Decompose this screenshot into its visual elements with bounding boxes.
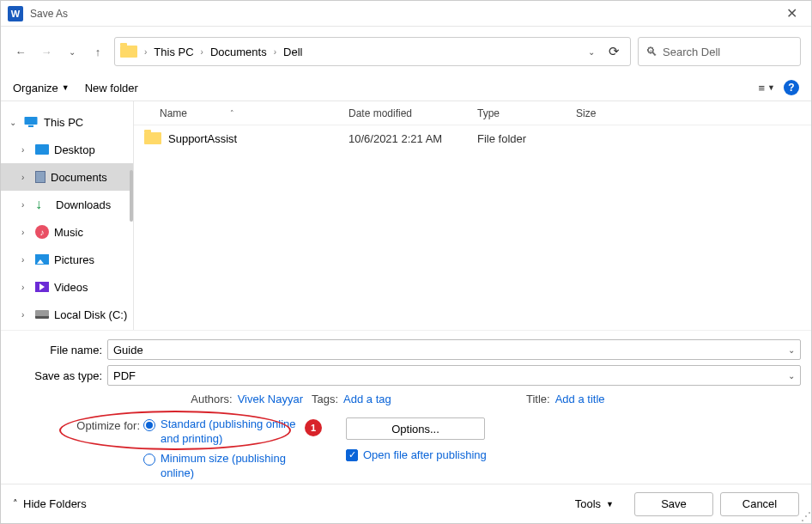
chevron-right-icon: › (274, 47, 276, 57)
pc-icon (23, 116, 39, 128)
tree-music[interactable]: › ♪ Music (1, 218, 133, 246)
cancel-button[interactable]: Cancel (720, 492, 799, 516)
chevron-right-icon[interactable]: › (21, 255, 30, 265)
col-size[interactable]: Size (576, 107, 645, 119)
crumb-dell[interactable]: Dell (280, 44, 306, 60)
chevron-right-icon[interactable]: › (21, 283, 30, 292)
new-folder-button[interactable]: New folder (85, 82, 138, 94)
file-name: SupportAssist (168, 132, 348, 145)
file-type: File folder (477, 132, 576, 145)
address-dropdown[interactable]: ⌄ (583, 47, 600, 57)
tree-documents[interactable]: › Documents (1, 163, 133, 191)
pictures-icon (35, 254, 49, 265)
col-date[interactable]: Date modified (348, 107, 477, 119)
filename-input[interactable]: Guide ⌄ (107, 339, 801, 360)
tree-localdisk[interactable]: › Local Disk (C:) (1, 301, 133, 328)
organize-menu[interactable]: Organize▼ (13, 82, 70, 94)
chevron-right-icon[interactable]: › (21, 200, 30, 210)
tree-pictures[interactable]: › Pictures (1, 246, 133, 273)
save-button[interactable]: Save (634, 492, 713, 516)
file-date: 10/6/2021 2:21 AM (348, 132, 477, 145)
chevron-right-icon[interactable]: › (21, 228, 30, 237)
savetype-select[interactable]: PDF ⌄ (107, 365, 801, 386)
footer: ˄ Hide Folders Tools ▼ Save Cancel ⋰ (1, 484, 811, 523)
title-value[interactable]: Add a title (555, 393, 605, 405)
tree-sidebar: ⌄ This PC › Desktop › Documents › ↓ Down… (1, 101, 134, 330)
resize-grip[interactable]: ⋰ (801, 513, 809, 521)
authors-value[interactable]: Vivek Nayyar (238, 393, 303, 405)
scrollbar[interactable] (130, 170, 133, 222)
folder-icon (120, 46, 137, 58)
word-icon: W (8, 6, 23, 21)
options-button[interactable]: Options... (346, 417, 485, 440)
tree-desktop[interactable]: › Desktop (1, 136, 133, 163)
annotation-badge: 1 (305, 419, 322, 436)
tree-videos[interactable]: › Videos (1, 273, 133, 301)
chevron-right-icon[interactable]: › (21, 310, 30, 320)
list-icon: ≡ (758, 82, 765, 94)
recent-dropdown[interactable]: ⌄ (63, 42, 82, 61)
authors-label: Authors: (191, 393, 232, 405)
chevron-down-icon[interactable]: ⌄ (788, 345, 795, 355)
crumb-thispc[interactable]: This PC (150, 44, 197, 60)
radio-selected-icon (143, 419, 155, 431)
radio-unselected-icon (143, 454, 155, 466)
tags-label: Tags: (312, 393, 338, 405)
tree-thispc[interactable]: ⌄ This PC (1, 108, 133, 136)
up-button[interactable]: ↑ (88, 42, 107, 61)
chevron-down-icon: ▼ (606, 500, 614, 509)
hide-folders-toggle[interactable]: ˄ Hide Folders (13, 497, 87, 510)
chevron-right-icon: › (201, 47, 203, 57)
documents-icon (35, 171, 45, 183)
svg-rect-0 (25, 117, 38, 125)
back-button[interactable]: ← (11, 42, 30, 61)
view-menu[interactable]: ≡ ▼ (758, 82, 775, 94)
address-bar[interactable]: › This PC › Documents › Dell ⌄ ⟳ (114, 37, 631, 66)
savetype-label: Save as type: (11, 369, 107, 382)
open-after-checkbox[interactable]: ✓ Open file after publishing (346, 448, 487, 461)
crumb-documents[interactable]: Documents (207, 44, 270, 60)
downloads-icon: ↓ (35, 198, 51, 210)
search-placeholder: Search Dell (663, 46, 720, 58)
chevron-right-icon[interactable]: › (21, 173, 30, 182)
tree-downloads[interactable]: › ↓ Downloads (1, 191, 133, 218)
radio-minimum[interactable]: Minimum size (publishing online) (143, 452, 298, 481)
tags-value[interactable]: Add a tag (343, 393, 391, 405)
videos-icon (35, 282, 49, 292)
title-label: Title: (526, 393, 550, 405)
music-icon: ♪ (35, 225, 49, 239)
filename-label: File name: (11, 344, 107, 356)
col-type[interactable]: Type (477, 107, 576, 119)
close-button[interactable]: ✕ (779, 5, 804, 21)
disk-icon (35, 310, 49, 319)
radio-standard[interactable]: Standard (publishing online and printing… (143, 417, 298, 447)
file-list: Name ˄ Date modified Type Size SupportAs… (134, 101, 811, 330)
window-title: Save As (30, 8, 779, 20)
title-bar: W Save As ✕ (1, 1, 811, 27)
chevron-down-icon[interactable]: ⌄ (9, 118, 18, 127)
forward-button[interactable]: → (37, 42, 56, 61)
chevron-right-icon: › (144, 47, 147, 57)
chevron-down-icon[interactable]: ⌄ (788, 371, 795, 381)
help-button[interactable]: ? (784, 80, 799, 95)
optimize-label: Optimize for: (63, 417, 140, 486)
chevron-up-icon: ˄ (13, 498, 18, 509)
chevron-right-icon[interactable]: › (21, 145, 30, 155)
svg-rect-1 (28, 125, 33, 127)
toolbar: Organize▼ New folder ≡ ▼ ? (1, 75, 811, 101)
sort-caret-icon[interactable]: ˄ (230, 109, 234, 118)
form-area: File name: Guide ⌄ Save as type: PDF ⌄ A… (1, 330, 811, 490)
col-name[interactable]: Name (160, 107, 187, 119)
search-icon: 🔍︎ (645, 45, 657, 58)
desktop-icon (35, 144, 49, 155)
search-input[interactable]: 🔍︎ Search Dell (638, 37, 801, 66)
file-row[interactable]: SupportAssist 10/6/2021 2:21 AM File fol… (134, 125, 811, 151)
folder-icon (144, 132, 161, 144)
column-headers: Name ˄ Date modified Type Size (134, 101, 811, 125)
checkbox-checked-icon: ✓ (346, 449, 358, 461)
tools-menu[interactable]: Tools ▼ (575, 497, 614, 510)
refresh-button[interactable]: ⟳ (603, 44, 625, 59)
nav-row: ← → ⌄ ↑ › This PC › Documents › Dell ⌄ ⟳… (1, 27, 811, 75)
